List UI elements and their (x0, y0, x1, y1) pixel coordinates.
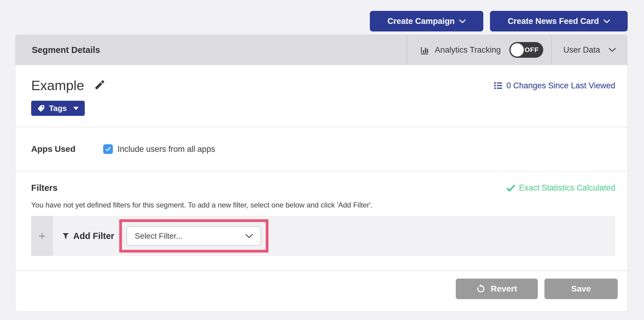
add-filter-plus-button[interactable]: + (31, 216, 53, 256)
segment-details-card: Segment Details Analytics Tracking OFF (15, 34, 628, 312)
save-button[interactable]: Save (544, 279, 618, 299)
list-icon (494, 81, 503, 90)
revert-icon (476, 284, 485, 293)
chevron-down-icon (459, 19, 466, 23)
create-news-feed-card-label: Create News Feed Card (508, 17, 599, 26)
revert-button[interactable]: Revert (456, 279, 538, 299)
tags-button[interactable]: Tags (31, 101, 85, 116)
select-filter-dropdown[interactable]: Select Filter... (126, 226, 261, 246)
top-action-bar: Create Campaign Create News Feed Card (370, 11, 628, 31)
filters-header: Filters Exact Statistics Calculated (31, 183, 615, 193)
exact-statistics-status: Exact Statistics Calculated (507, 183, 615, 193)
add-filter-text: Add Filter (73, 231, 114, 241)
filters-description: You have not yet defined filters for thi… (31, 201, 615, 209)
revert-label: Revert (491, 284, 517, 294)
highlight-annotation-box: Select Filter... (119, 219, 268, 253)
user-data-dropdown[interactable]: User Data (551, 35, 627, 65)
add-filter-row: + Add Filter Select Filter... (31, 216, 615, 256)
filters-heading: Filters (31, 183, 58, 193)
add-filter-label: Add Filter (62, 216, 114, 256)
segment-name: Example (31, 78, 84, 93)
apps-used-label: Apps Used (31, 144, 75, 154)
tags-row: Tags (15, 93, 627, 127)
bar-chart-icon (420, 45, 430, 55)
funnel-icon (62, 232, 69, 240)
plus-icon: + (38, 230, 45, 242)
create-campaign-label: Create Campaign (387, 17, 455, 26)
changes-link-label: 0 Changes Since Last Viewed (506, 81, 615, 90)
apps-used-row: Apps Used Include users from all apps (15, 127, 627, 171)
page: Create Campaign Create News Feed Card Se… (0, 0, 644, 320)
user-data-label: User Data (563, 45, 600, 55)
exact-statistics-label: Exact Statistics Calculated (519, 183, 615, 193)
tag-icon (37, 104, 45, 112)
analytics-tracking-toggle[interactable]: OFF (509, 42, 543, 58)
chevron-down-icon (245, 234, 253, 238)
tags-button-label: Tags (49, 104, 67, 113)
include-all-apps-label: Include users from all apps (117, 145, 215, 154)
create-news-feed-card-button[interactable]: Create News Feed Card (490, 11, 628, 31)
segment-title-row: Example 0 Cha (15, 65, 627, 93)
page-title: Segment Details (15, 35, 407, 65)
include-all-apps-checkbox[interactable] (103, 144, 113, 154)
analytics-tracking-label: Analytics Tracking (435, 45, 501, 55)
card-header: Segment Details Analytics Tracking OFF (15, 35, 627, 65)
caret-down-icon (73, 107, 79, 110)
toggle-knob (511, 43, 524, 57)
save-label: Save (571, 284, 591, 294)
pencil-icon (93, 80, 105, 91)
changes-since-last-viewed-link[interactable]: 0 Changes Since Last Viewed (494, 81, 615, 90)
card-footer: Revert Save (15, 270, 627, 311)
chevron-down-icon (603, 19, 610, 23)
create-campaign-button[interactable]: Create Campaign (370, 11, 483, 31)
chevron-down-icon (609, 48, 616, 52)
filters-section: Filters Exact Statistics Calculated You … (15, 171, 627, 270)
analytics-tracking-section: Analytics Tracking OFF (407, 35, 551, 65)
select-filter-placeholder: Select Filter... (135, 231, 182, 241)
check-icon (507, 184, 515, 192)
edit-name-button[interactable] (93, 80, 105, 91)
toggle-state-label: OFF (524, 46, 539, 54)
